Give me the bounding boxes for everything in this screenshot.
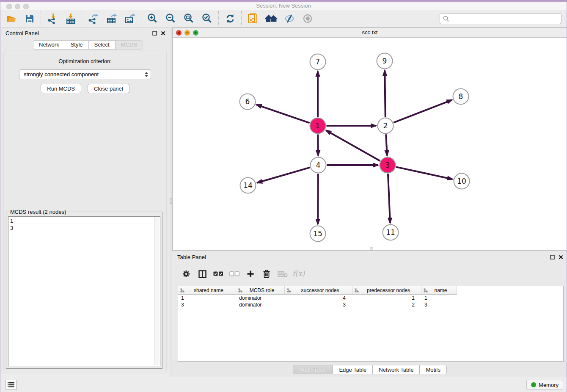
tab-style[interactable]: Style <box>65 40 89 50</box>
edge-3-1[interactable] <box>326 130 380 161</box>
node-7[interactable]: 7 <box>310 54 326 70</box>
memory-label: Memory <box>539 382 559 388</box>
save-session-button[interactable] <box>20 11 39 26</box>
memory-button[interactable]: Memory <box>526 380 563 390</box>
minimize-window-button[interactable] <box>15 4 20 9</box>
column-header-predecessor-nodes[interactable]: predecessor nodes <box>352 286 421 295</box>
zoom-in-button[interactable] <box>143 11 162 26</box>
table-settings-button[interactable] <box>178 268 194 280</box>
edge-4-14[interactable] <box>257 168 310 183</box>
export-network-button[interactable] <box>84 11 102 26</box>
edge-2-9[interactable] <box>385 70 385 117</box>
tab-mcds[interactable]: MCDS <box>116 40 143 50</box>
run-mcds-button[interactable]: Run MCDS <box>41 84 81 93</box>
edge-1-6[interactable] <box>256 105 309 123</box>
criterion-select[interactable]: strongly connected component <box>19 69 151 79</box>
node-4[interactable]: 4 <box>311 157 326 173</box>
node-label: 14 <box>243 181 253 190</box>
zoom-selected-button[interactable] <box>198 11 216 26</box>
export-image-button[interactable] <box>121 11 139 26</box>
edge-2-8[interactable] <box>394 100 452 122</box>
edge-3-11[interactable] <box>388 174 390 223</box>
import-network-button[interactable] <box>43 11 61 26</box>
deselect-all-columns-button[interactable] <box>226 268 242 280</box>
column-header-successor-nodes[interactable]: successor nodes <box>285 286 352 295</box>
node-10[interactable]: 10 <box>454 174 470 189</box>
show-graphics-details-button[interactable] <box>298 11 317 26</box>
search-input[interactable] <box>440 13 561 24</box>
float-table-panel-icon[interactable] <box>550 254 555 259</box>
edge-1-4[interactable] <box>318 134 318 155</box>
zoom-out-button[interactable] <box>162 11 180 26</box>
window-controls <box>6 4 29 9</box>
edge-2-3[interactable] <box>386 134 387 155</box>
network-minimize-button[interactable] <box>184 30 190 36</box>
column-header-shared-name[interactable]: shared name <box>178 286 236 295</box>
clone-network-button[interactable] <box>244 11 262 26</box>
status-bar: Memory <box>0 377 567 392</box>
result-line: 3 <box>10 224 158 232</box>
tab-network[interactable]: Network <box>33 40 65 50</box>
task-history-button[interactable] <box>6 380 17 390</box>
node-15[interactable]: 15 <box>310 226 326 242</box>
search-icon <box>443 16 449 22</box>
table-header-row: shared nameMCDS rolesuccessor nodesprede… <box>178 286 563 295</box>
tab-select[interactable]: Select <box>89 40 116 50</box>
zoom-window-button[interactable] <box>23 4 29 9</box>
node-6[interactable]: 6 <box>240 94 256 110</box>
close-panel-icon[interactable] <box>160 30 165 36</box>
network-canvas[interactable]: 7968124314101511 <box>173 38 567 250</box>
tab-edge-table[interactable]: Edge Table <box>333 365 373 374</box>
export-table-button[interactable] <box>102 11 121 26</box>
close-panel-button[interactable]: Close panel <box>88 84 129 93</box>
tab-node-table[interactable]: Node Table <box>293 365 333 374</box>
close-table-panel-icon[interactable] <box>558 254 563 259</box>
node-label: 9 <box>383 57 387 65</box>
mcds-result-box[interactable]: 13 <box>8 216 160 366</box>
tab-motifs[interactable]: Motifs <box>420 365 447 374</box>
network-zoom-button[interactable] <box>193 30 198 36</box>
open-session-button[interactable] <box>2 11 20 26</box>
edge-3-10[interactable] <box>396 167 452 179</box>
network-window-titlebar[interactable]: scc.txt <box>173 28 567 38</box>
show-columns-button[interactable] <box>194 268 210 280</box>
table-cell: 3 <box>421 301 457 308</box>
refresh-view-button[interactable] <box>221 11 239 26</box>
zoom-out-icon <box>165 13 176 24</box>
result-line: 1 <box>10 217 158 224</box>
result-scrollbar[interactable] <box>154 217 160 365</box>
horizontal-splitter-grip[interactable] <box>370 247 373 250</box>
import-table-button[interactable] <box>61 11 80 26</box>
zoom-fit-button[interactable] <box>180 11 198 26</box>
network-close-button[interactable] <box>176 30 182 36</box>
column-header-MCDS-role[interactable]: MCDS role <box>236 286 285 295</box>
table-row[interactable]: 3dominator323 <box>178 301 563 308</box>
node-8[interactable]: 8 <box>453 89 469 105</box>
table-cell: 1 <box>352 295 421 301</box>
control-panel-title: Control Panel <box>6 30 39 36</box>
table-row[interactable]: 1dominator411 <box>178 295 563 301</box>
node-14[interactable]: 14 <box>240 178 256 193</box>
select-all-columns-button[interactable] <box>210 268 226 280</box>
zoom-in-icon <box>147 13 158 24</box>
node-2[interactable]: 2 <box>378 118 394 134</box>
tab-network-table[interactable]: Network Table <box>373 365 420 374</box>
float-panel-icon[interactable] <box>152 30 157 36</box>
hide-graphics-details-button[interactable] <box>280 11 298 26</box>
node-1[interactable]: 1 <box>310 118 326 134</box>
close-window-button[interactable] <box>6 4 12 9</box>
clone-network-icon <box>248 13 259 25</box>
column-header-name[interactable]: name <box>421 286 457 295</box>
export-table-icon <box>106 13 117 24</box>
zoom-selected-icon <box>202 13 213 24</box>
node-9[interactable]: 9 <box>377 53 393 69</box>
delete-columns-button[interactable] <box>259 268 275 280</box>
table-cell: 1 <box>421 295 457 301</box>
fx-label: f(x) <box>292 269 306 278</box>
edge-4-15[interactable] <box>318 174 318 224</box>
node-3[interactable]: 3 <box>380 157 396 173</box>
create-column-button[interactable] <box>242 268 259 280</box>
network-graph[interactable]: 7968124314101511 <box>173 38 567 250</box>
node-11[interactable]: 11 <box>383 225 399 240</box>
show-home-networks-button[interactable] <box>262 11 280 26</box>
